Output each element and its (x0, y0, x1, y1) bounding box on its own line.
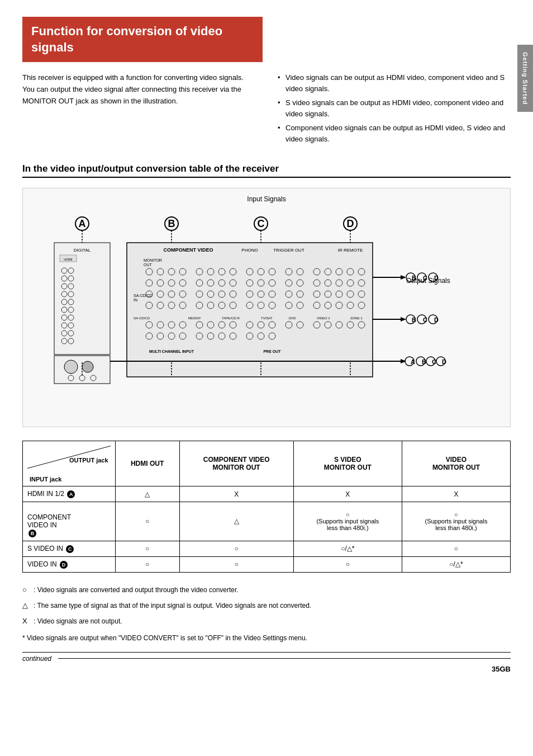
row3-input: S VIDEO IN C (23, 541, 116, 556)
row4-cell-svideo: ○ (293, 556, 402, 572)
row4-cell-component: ○ (179, 556, 293, 572)
legend-text-triangle: : The same type of signal as that of the… (34, 599, 311, 612)
section-heading: In the video input/output conversion tab… (22, 163, 511, 178)
svg-text:SA-CD/CD: SA-CD/CD (134, 316, 150, 320)
row1-badge: A (67, 490, 75, 498)
col-header-component-label: COMPONENT VIDEO MONITOR OUT (203, 456, 270, 471)
svg-text:PRE OUT: PRE OUT (263, 349, 281, 353)
legend-symbol-circle: ○ (22, 583, 30, 597)
svg-marker-165 (401, 317, 406, 322)
col-header-component: COMPONENT VIDEO MONITOR OUT (179, 441, 293, 486)
svg-text:DVD: DVD (289, 316, 296, 320)
row1-cell-hdmi: △ (115, 486, 179, 502)
svg-rect-36 (127, 243, 373, 377)
row2-input-label: COMPONENTVIDEO IN (27, 513, 71, 529)
diagram-label-top: Input Signals (30, 195, 503, 203)
col-header-svideo: S VIDEO MONITOR OUT (293, 441, 402, 486)
bullet-item-1: Video signals can be output as HDMI vide… (278, 72, 511, 94)
row2-cell-hdmi: ○ (115, 502, 179, 541)
diagram-placeholder: A B C D DIGITAL (30, 207, 503, 420)
legend-item-x: X : Video signals are not output. (22, 614, 511, 629)
input-jack-label: INPUT jack (30, 476, 61, 483)
row2-cell-video: ○(Supports input signalsless than 480i.) (402, 502, 510, 541)
header-box: Function for conversion of video signals (22, 17, 263, 62)
row2-cell-video-note: (Supports input signalsless than 480i.) (425, 518, 487, 531)
svg-text:IR REMOTE: IR REMOTE (338, 248, 363, 253)
row4-badge: D (60, 561, 68, 569)
row1-input-label: HDMI IN 1/2 (27, 490, 64, 498)
continued-label: continued (22, 655, 51, 663)
svg-text:COMPONENT VIDEO: COMPONENT VIDEO (163, 247, 213, 253)
svg-text:B: B (168, 218, 175, 229)
col-header-svideo-label: S VIDEO MONITOR OUT (324, 456, 372, 471)
output-jack-label: OUTPUT jack (69, 457, 108, 464)
svg-text:IN: IN (134, 298, 137, 302)
intro-section: This receiver is equipped with a functio… (22, 72, 511, 148)
svg-text:TAPE/CD-R: TAPE/CD-R (222, 316, 240, 320)
row3-cell-svideo: ○/△* (293, 541, 402, 556)
page-number: 35GB (22, 665, 511, 673)
legend-symbol-x: X (22, 614, 30, 629)
svg-text:SA-CD/CD: SA-CD/CD (134, 294, 153, 297)
svg-text:OUT: OUT (144, 263, 153, 267)
row4-input: VIDEO IN D (23, 556, 116, 572)
svg-text:MD/DAT: MD/DAT (188, 316, 201, 320)
svg-point-183 (64, 360, 78, 374)
bullet-list: Video signals can be output as HDMI vide… (278, 72, 511, 144)
table-row-3: S VIDEO IN C ○ ○ ○/△* ○ (23, 541, 511, 556)
intro-right: Video signals can be output as HDMI vide… (278, 72, 511, 148)
svg-text:DIGITAL: DIGITAL (74, 248, 91, 253)
row3-input-label: S VIDEO IN (27, 545, 63, 552)
page: Getting Started Function for conversion … (0, 0, 533, 756)
legend-symbol-triangle: △ (22, 598, 30, 613)
footer-note: * Video signals are output when "VIDEO C… (22, 634, 511, 642)
page-title: Function for conversion of video signals (31, 24, 222, 54)
row2-cell-svideo-note: (Supports input signalsless than 480i.) (316, 518, 379, 531)
col-header-hdmi: HDMI OUT (115, 441, 179, 486)
row2-badge: B (28, 530, 36, 537)
svg-text:ZONE 1: ZONE 1 (350, 316, 363, 320)
col-header-video-label: VIDEO MONITOR OUT (432, 456, 480, 471)
row1-cell-svideo: X (293, 486, 402, 502)
legend-item-circle: ○ : Video signals are converted and outp… (22, 583, 511, 597)
row3-badge: C (66, 545, 74, 553)
row4-input-label: VIDEO IN (27, 560, 57, 568)
svg-text:C: C (258, 218, 265, 229)
side-tab: Getting Started (517, 45, 533, 112)
svg-text:MONITOR: MONITOR (144, 258, 162, 262)
side-tab-label: Getting Started (522, 52, 529, 105)
svg-text:VIDEO 1: VIDEO 1 (317, 316, 330, 320)
col-header-hdmi-label: HDMI OUT (131, 460, 164, 467)
svg-point-184 (82, 361, 93, 372)
row4-cell-video: ○/△* (402, 556, 510, 572)
svg-text:A: A (79, 218, 86, 229)
svg-marker-157 (401, 275, 406, 280)
table-row-4: VIDEO IN D ○ ○ ○ ○/△* (23, 556, 511, 572)
svg-text:TV/SAT: TV/SAT (261, 316, 273, 320)
row3-cell-video: ○ (402, 541, 510, 556)
svg-text:D: D (347, 218, 354, 229)
svg-text:MULTI CHANNEL INPUT: MULTI CHANNEL INPUT (149, 349, 194, 353)
table-row-1: HDMI IN 1/2 A △ X X X (23, 486, 511, 502)
table-corner-header: OUTPUT jack INPUT jack (23, 441, 116, 486)
row1-input: HDMI IN 1/2 A (23, 486, 116, 502)
table-row-2: COMPONENTVIDEO IN B ○ △ ○(Supports input… (23, 502, 511, 541)
legend-text-x: : Video signals are not output. (34, 615, 122, 628)
bullet-item-2: S video signals can be output as HDMI vi… (278, 97, 511, 119)
section-heading-text: In the video input/output conversion tab… (22, 163, 279, 174)
bullet-item-3: Component video signals can be output as… (278, 122, 511, 144)
row2-input: COMPONENTVIDEO IN B (23, 502, 116, 541)
col-header-video: VIDEO MONITOR OUT (402, 441, 510, 486)
row2-cell-svideo: ○(Supports input signalsless than 480i.) (293, 502, 402, 541)
legend: ○ : Video signals are converted and outp… (22, 583, 511, 629)
intro-left: This receiver is equipped with a functio… (22, 72, 255, 148)
row1-cell-video: X (402, 486, 510, 502)
diagram-area: Input Signals A B C D (22, 188, 511, 427)
continued-line: continued (22, 652, 511, 663)
legend-item-triangle: △ : The same type of signal as that of t… (22, 598, 511, 613)
svg-text:TRIGGER OUT: TRIGGER OUT (273, 248, 304, 253)
legend-text-circle: : Video signals are converted and output… (34, 583, 239, 597)
row4-cell-hdmi: ○ (115, 556, 179, 572)
conversion-table: OUTPUT jack INPUT jack HDMI OUT COMPONEN… (22, 441, 511, 572)
intro-left-text: This receiver is equipped with a functio… (22, 72, 255, 107)
